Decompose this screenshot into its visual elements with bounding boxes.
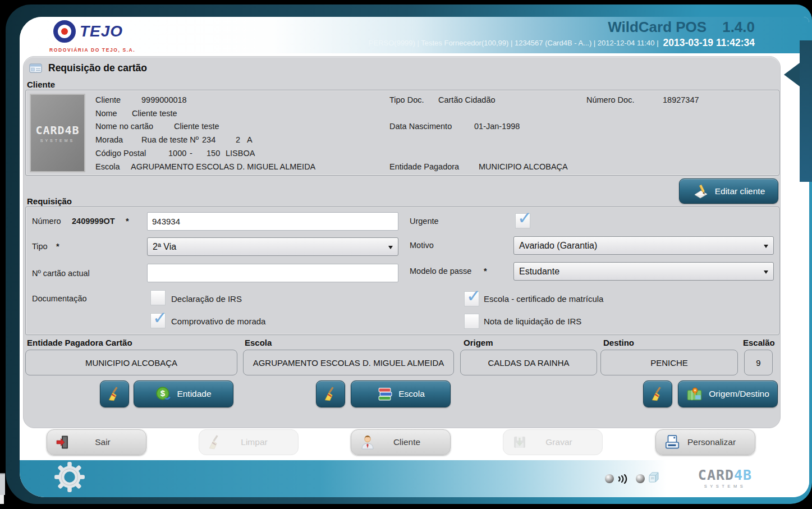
numero-code: 2409999OT (72, 217, 115, 226)
clear-escola-button[interactable] (316, 380, 345, 407)
cp2-value: 150 (207, 149, 220, 158)
requisicao-section-label: Requisição (27, 196, 72, 206)
entidade-button[interactable]: $ Entidade (134, 380, 233, 407)
books-icon (377, 387, 393, 402)
data-nascimento-value: 01-Jan-1998 (474, 122, 520, 131)
status-led-1 (605, 474, 614, 483)
cliente-button[interactable]: Cliente (351, 429, 451, 455)
cliente-value: 9999000018 (141, 95, 187, 104)
signal-waves-icon (616, 471, 631, 486)
urgente-checkbox[interactable] (515, 213, 530, 228)
nome-cartao-value: Cliente teste (174, 122, 219, 131)
cp-sep: - (190, 149, 192, 158)
cp-cidade: LISBOA (226, 149, 255, 158)
app-version: 1.4.0 (722, 19, 755, 35)
broom-icon (323, 386, 338, 402)
motivo-select[interactable]: Avariado (Garantia) (513, 236, 774, 255)
status-led-2 (636, 474, 645, 483)
clear-entidade-button[interactable] (100, 380, 129, 407)
numero-required-mark: * (126, 217, 129, 226)
ncartao-input[interactable] (147, 264, 398, 282)
limpar-button[interactable]: Limpar (199, 429, 299, 455)
settings-gear-icon[interactable] (54, 461, 85, 495)
resumo-origem-label: Origem (464, 338, 493, 347)
modelo-label: Modelo de passe (410, 267, 471, 276)
motivo-label: Motivo (410, 241, 434, 250)
side-tab-handle[interactable] (800, 40, 812, 182)
morada-label: Morada (95, 135, 123, 144)
save-disk-icon (511, 434, 528, 451)
clear-origem-destino-button[interactable] (643, 380, 672, 407)
morada-andar: 2 (236, 135, 240, 144)
modelo-required-mark: * (484, 267, 487, 276)
entidade-button-label: Entidade (177, 389, 211, 399)
cliente-label: Cliente (376, 437, 450, 447)
doc-checkbox-certificado-matricula[interactable] (464, 291, 479, 306)
page-title: Requisição de cartão (48, 62, 147, 74)
urgente-label: Urgente (410, 217, 439, 226)
entidade-pagadora-label: Entidade Pagadora (389, 162, 459, 171)
gravar-button[interactable]: Gravar (503, 429, 603, 455)
codigo-postal-label: Código Postal (95, 149, 146, 158)
chevron-down-icon (764, 270, 768, 274)
gravar-label: Gravar (528, 437, 602, 447)
resumo-entidade-label: Entidade Pagadora Cartão (27, 338, 132, 347)
sair-button[interactable]: Sair (47, 429, 146, 455)
broom-icon (207, 434, 223, 450)
broom-icon (650, 386, 666, 402)
dollar-icon: $ (155, 386, 171, 402)
edit-client-label: Editar cliente (715, 186, 765, 196)
destino-display: PENICHE (600, 350, 738, 375)
entidade-pagadora-value: MUNICIPIO ALCOBAÇA (479, 162, 568, 171)
limpar-label: Limpar (223, 437, 298, 447)
tipo-select[interactable]: 2ª Via (147, 237, 398, 256)
cliente-section-label: Cliente (27, 80, 55, 89)
doc-label-comprovativo-morada: Comprovativo de morada (171, 317, 265, 326)
cp1-value: 1000 (168, 149, 186, 158)
nome-label: Nome (95, 109, 117, 118)
doc-checkbox-declaracao-irs[interactable] (150, 290, 166, 305)
escola-display: AGRUPAMENTO ESCOLAS D. MIGUEL ALMEIDA (243, 350, 454, 375)
brand-name: TEJO (80, 22, 123, 40)
svg-text:$: $ (160, 388, 166, 398)
tipo-doc-value: Cartão Cidadão (438, 95, 496, 104)
tipo-required-mark: * (56, 242, 59, 251)
origem-destino-button[interactable]: Origem/Destino (678, 380, 778, 407)
personalizar-button[interactable]: Personalizar (655, 429, 755, 455)
edit-client-button[interactable]: Editar cliente (679, 178, 778, 204)
origem-display: CALDAS DA RAINHA (460, 350, 597, 375)
escola-label: Escola (95, 162, 120, 171)
brand-subtitle: RODOVIÁRIA DO TEJO, S.A. (49, 47, 135, 53)
doc-checkbox-comprovativo-morada[interactable] (150, 313, 166, 328)
tipo-value: 2ª Via (153, 242, 176, 252)
clock: 2013-03-19 11:42:34 (663, 37, 755, 48)
morada-letra: A (247, 135, 253, 144)
ncartao-label: Nº cartão actual (32, 269, 90, 278)
numero-input[interactable] (147, 212, 398, 231)
card4b-logo: CARD4B SYSTEMS (691, 467, 759, 489)
personalizar-label: Personalizar (681, 437, 755, 447)
escola-value: AGRUPAMENTO ESCOLAS D. MIGUEL ALMEIDA (131, 162, 315, 171)
chevron-down-icon (388, 246, 393, 249)
doc-label-declaracao-irs: Declaração de IRS (171, 294, 242, 304)
resumo-escalao-label: Escalão (743, 338, 775, 347)
modelo-select[interactable]: Estudante (513, 262, 774, 281)
cliente-label: Cliente (95, 95, 121, 104)
escola-button[interactable]: Escola (351, 380, 451, 407)
motivo-value: Avariado (Garantia) (519, 241, 597, 251)
map-pin-icon (686, 386, 703, 402)
origem-destino-button-label: Origem/Destino (709, 389, 769, 399)
morada-rua: Rua de teste Nº (141, 135, 199, 144)
escola-button-label: Escola (398, 389, 425, 399)
background-window-fragment (0, 473, 5, 495)
doc-checkbox-nota-liquidacao[interactable] (464, 314, 479, 329)
doc-label-certificado-matricula: Escola - certificado de matrícula (484, 294, 603, 304)
broom-icon (107, 386, 122, 402)
doc-label-nota-liquidacao: Nota de liquidação de IRS (484, 317, 581, 326)
svg-text:20: 20 (651, 476, 654, 480)
footer-band (20, 460, 809, 497)
sair-label: Sair (72, 437, 146, 447)
resumo-destino-label: Destino (603, 338, 634, 347)
side-tab-arrow-icon (784, 63, 800, 86)
numero-label: Número (32, 217, 61, 226)
